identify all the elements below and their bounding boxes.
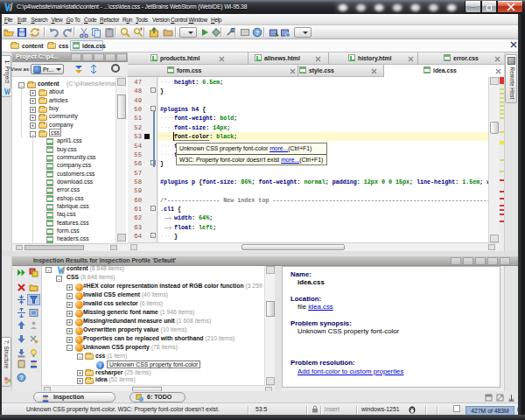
svg-text:?: ?: [19, 374, 23, 381]
svg-text:?: ?: [256, 29, 260, 37]
